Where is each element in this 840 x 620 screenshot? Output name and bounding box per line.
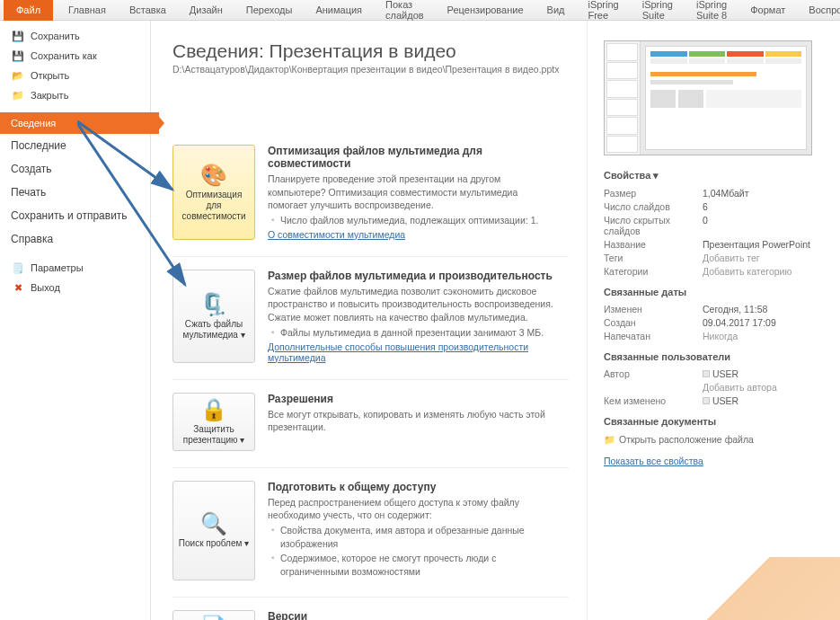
optimize-button[interactable]: 🎨 Оптимизация для совместимости: [172, 145, 255, 240]
prop-value: USER: [703, 368, 738, 379]
save-icon: 💾: [11, 29, 25, 43]
prepare-text: Подготовить к общему доступу Перед распр…: [268, 481, 555, 580]
optimize-text: Оптимизация файлов мультимедиа для совме…: [268, 145, 555, 240]
prop-value: 09.04.2017 17:09: [703, 317, 776, 328]
prop-key: Категории: [604, 266, 703, 277]
block-title: Оптимизация файлов мультимедиа для совме…: [268, 145, 555, 170]
block-desc: Перед распространением общего доступа к …: [268, 496, 555, 522]
prop-key: Напечатан: [604, 331, 703, 341]
sidebar-save-as[interactable]: 💾 Сохранить как: [0, 46, 150, 66]
dates-heading: Связанные даты: [604, 287, 824, 297]
versions-text: Версии Нет предыдущих версий этого файла…: [268, 610, 447, 620]
versions-button[interactable]: 📄 Управление версиями ▾: [172, 610, 255, 620]
prop-value: USER: [703, 395, 738, 406]
sidebar-print[interactable]: Печать: [0, 181, 150, 204]
tab-animation[interactable]: Анимация: [304, 0, 374, 21]
prop-key: Число скрытых слайдов: [604, 215, 703, 236]
tab-slideshow[interactable]: Показ слайдов: [374, 0, 436, 21]
presentation-thumbnail[interactable]: [604, 40, 812, 155]
prop-value: 1,04Мбайт: [703, 188, 748, 199]
prop-key: Изменен: [604, 304, 703, 314]
block-title: Подготовить к общему доступу: [268, 481, 555, 493]
tab-view[interactable]: Вид: [535, 0, 577, 21]
block-desc: Сжатие файлов мультимедиа позволит сэкон…: [268, 285, 555, 324]
tab-playback[interactable]: Воспроизведение: [797, 0, 840, 21]
prop-value: 0: [703, 215, 708, 236]
file-path: D:\Аствацатуров\Дидактор\Конвертация пре…: [172, 64, 569, 75]
open-icon: 📂: [11, 68, 25, 83]
prop-key: Создан: [604, 317, 703, 328]
optimize-icon: 🎨: [200, 164, 227, 186]
block-title: Разрешения: [268, 393, 555, 405]
sidebar-open[interactable]: 📂 Открыть: [0, 66, 150, 85]
protect-icon: 🔒: [200, 399, 227, 421]
sidebar-save[interactable]: 💾 Сохранить: [0, 26, 150, 46]
show-all-properties[interactable]: Показать все свойства: [604, 456, 824, 466]
tab-transitions[interactable]: Переходы: [234, 0, 305, 21]
block-bullet: Свойства документа, имя автора и обрезан…: [268, 524, 555, 550]
sidebar-create[interactable]: Создать: [0, 157, 150, 181]
sidebar-recent[interactable]: Последние: [0, 134, 150, 157]
prop-value: 6: [703, 201, 708, 212]
button-label: Защитить презентацию ▾: [177, 424, 251, 446]
tab-ispring-suite8[interactable]: iSpring Suite 8: [685, 0, 738, 21]
tab-ispring-suite[interactable]: iSpring Suite: [631, 0, 685, 21]
sidebar-help[interactable]: Справка: [0, 227, 150, 251]
user-icon: [703, 370, 710, 377]
close-icon: 📁: [11, 88, 25, 102]
sidebar-share[interactable]: Сохранить и отправить: [0, 204, 150, 227]
open-location-link[interactable]: Открыть расположение файла: [619, 434, 754, 446]
block-desc: Планируете проведение этой презентации н…: [268, 173, 555, 212]
optimize-link[interactable]: О совместимости мультимедиа: [268, 229, 405, 240]
compress-text: Размер файлов мультимедиа и производител…: [268, 270, 555, 363]
options-icon: 🗒️: [11, 261, 25, 275]
button-label: Сжать файлы мультимедиа ▾: [177, 319, 251, 341]
backstage-sidebar: 💾 Сохранить 💾 Сохранить как 📂 Открыть 📁 …: [0, 21, 151, 620]
compress-button[interactable]: 🗜️ Сжать файлы мультимедиа ▾: [172, 270, 255, 363]
properties-heading[interactable]: Свойства ▾: [604, 170, 824, 182]
sidebar-options[interactable]: 🗒️ Параметры: [0, 258, 150, 278]
prop-value-editable[interactable]: Добавить категорию: [703, 266, 791, 277]
page-title: Сведения: Презентация в видео: [172, 40, 569, 62]
tab-review[interactable]: Рецензирование: [436, 0, 535, 21]
block-title: Размер файлов мультимедиа и производител…: [268, 270, 555, 282]
sidebar-label: Параметры: [31, 262, 84, 273]
compress-link[interactable]: Дополнительные способы повышения произво…: [268, 341, 528, 363]
sidebar-label: Сохранить как: [31, 50, 97, 61]
prop-value: Презентация PowerPoint: [703, 239, 810, 250]
block-desc: Все могут открывать, копировать и изменя…: [268, 408, 555, 434]
exit-icon: ✖: [11, 280, 25, 295]
add-author[interactable]: Добавить автора: [703, 382, 777, 393]
tab-file[interactable]: Файл: [4, 0, 53, 21]
block-bullet: Число файлов мультимедиа, подлежащих опт…: [268, 214, 555, 227]
prop-value: Никогда: [703, 331, 738, 341]
sidebar-close[interactable]: 📁 Закрыть: [0, 85, 150, 105]
sidebar-label: Закрыть: [31, 90, 68, 101]
tab-format[interactable]: Формат: [738, 0, 797, 21]
button-label: Оптимизация для совместимости: [177, 190, 251, 222]
prop-key: Автор: [604, 368, 703, 379]
prop-value-editable[interactable]: Добавить тег: [703, 252, 760, 263]
versions-icon: 📄: [200, 616, 227, 620]
block-bullet: Файлы мультимедиа в данной презентации з…: [268, 326, 555, 340]
inspect-button[interactable]: 🔍 Поиск проблем ▾: [172, 481, 255, 580]
info-panel: Сведения: Презентация в видео D:\Астваца…: [151, 21, 587, 620]
compress-icon: 🗜️: [200, 294, 227, 315]
sidebar-exit[interactable]: ✖ Выход: [0, 278, 150, 297]
tab-home[interactable]: Главная: [57, 0, 118, 21]
sidebar-label: Сведения: [11, 118, 56, 128]
tab-design[interactable]: Дизайн: [178, 0, 234, 21]
protect-button[interactable]: 🔒 Защитить презентацию ▾: [172, 393, 255, 451]
prop-value: Сегодня, 11:58: [703, 304, 767, 314]
sidebar-label: Сохранить: [31, 31, 80, 41]
block-title: Версии: [268, 610, 447, 620]
inspect-icon: 🔍: [200, 513, 227, 535]
block-bullet: Содержимое, которое не смогут прочесть л…: [268, 552, 555, 578]
save-as-icon: 💾: [11, 49, 25, 63]
user-icon: [703, 397, 710, 404]
button-label: Поиск проблем ▾: [179, 538, 249, 549]
tab-insert[interactable]: Вставка: [118, 0, 178, 21]
tab-ispring-free[interactable]: iSpring Free: [576, 0, 630, 21]
sidebar-info[interactable]: Сведения: [0, 112, 159, 134]
sidebar-label: Выход: [31, 282, 60, 293]
